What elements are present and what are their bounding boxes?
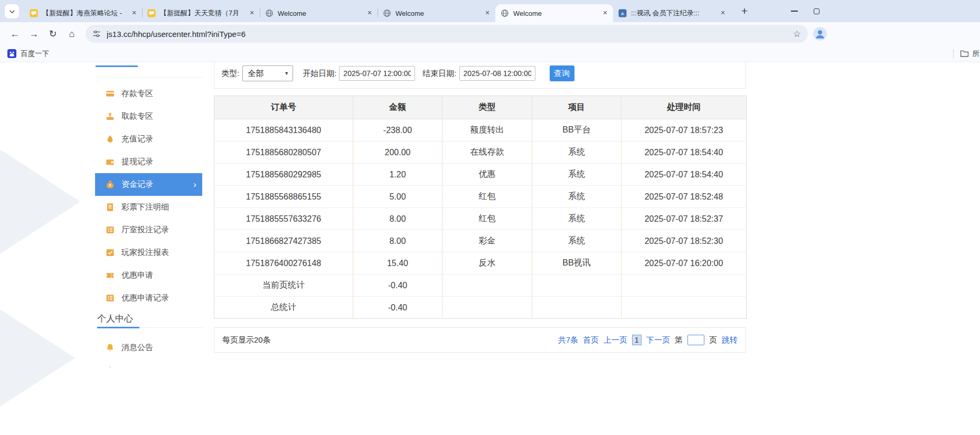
- profile-avatar[interactable]: [813, 27, 827, 41]
- jump-button[interactable]: 跳转: [722, 335, 738, 345]
- table-cell: 200.00: [353, 141, 442, 164]
- tab-close-button[interactable]: ×: [247, 8, 257, 18]
- sidebar-item[interactable]: 提现记录: [95, 150, 202, 173]
- next-page-link[interactable]: 下一页: [646, 335, 670, 345]
- browser-tab[interactable]: Welcome×: [378, 4, 495, 22]
- sidebar-item-label: 存款专区: [121, 89, 153, 99]
- jump-page-input[interactable]: [687, 335, 704, 345]
- browser-tab[interactable]: :::视讯 会员下注纪录:::×: [613, 4, 731, 22]
- globe-icon: [501, 9, 509, 17]
- table-row: 1751885843136480-238.00额度转出BB平台2025-07-0…: [214, 119, 747, 141]
- window-maximize-button[interactable]: [806, 0, 827, 22]
- reload-button[interactable]: ↻: [43, 25, 62, 43]
- sidebar-item[interactable]: 消息公告: [95, 336, 202, 359]
- sidebar-item[interactable]: 玩家投注报表: [95, 241, 202, 264]
- type-select-value: 全部: [248, 69, 263, 79]
- back-button[interactable]: ←: [5, 25, 24, 43]
- sidebar-item[interactable]: 优惠申请: [95, 264, 202, 287]
- bookmark-star-icon[interactable]: ☆: [793, 29, 801, 40]
- table-cell: 5.00: [353, 186, 442, 208]
- table-cell: [621, 297, 747, 319]
- site-settings-icon[interactable]: [92, 30, 101, 38]
- sidebar-item[interactable]: [95, 359, 202, 367]
- sidebar-item[interactable]: 资金记录›: [95, 173, 202, 196]
- sidebar-item[interactable]: 充值记录: [95, 128, 202, 150]
- sidebar-item-label: 厅室投注记录: [121, 225, 169, 235]
- person-icon: [813, 27, 827, 41]
- globe-icon: [383, 9, 391, 17]
- table-cell: 当前页统计: [214, 275, 353, 297]
- browser-tab[interactable]: 【新提醒】天天竞猜（7月×: [142, 4, 260, 22]
- bookmarks-bar: 百度一下 所: [0, 45, 980, 62]
- web-page: 财务中心 存款专区取款专区充值记录提现记录资金记录›彩票下注明细厅室投注记录玩家…: [0, 62, 980, 435]
- table-cell: [621, 275, 747, 297]
- sidebar-item[interactable]: 厅室投注记录: [95, 219, 202, 241]
- bookmark-item-baidu[interactable]: 百度一下: [7, 45, 49, 62]
- table-cell: 1751885568865155: [214, 186, 353, 208]
- bookmark-label: 百度一下: [21, 49, 49, 59]
- sidebar-item[interactable]: 彩票下注明细: [95, 196, 202, 219]
- current-page-badge[interactable]: 1: [632, 335, 642, 345]
- sidebar-item-label: 消息公告: [121, 343, 153, 353]
- type-select[interactable]: 全部 ▼: [242, 65, 293, 81]
- table-cell: BB视讯: [532, 252, 621, 275]
- browser-tab[interactable]: 【新提醒】海燕策略论坛 -×: [24, 4, 142, 22]
- select-arrow-icon: ▼: [284, 71, 289, 76]
- chat-yellow-icon: [147, 9, 156, 17]
- tab-close-button[interactable]: ×: [718, 8, 728, 18]
- end-date-label: 结束日期:: [422, 69, 456, 79]
- bookmarks-overflow: 所: [953, 45, 980, 62]
- table-cell: [532, 275, 621, 297]
- table-cell: 2025-07-07 16:20:00: [621, 252, 747, 275]
- tab-close-button[interactable]: ×: [365, 8, 374, 18]
- tab-close-button[interactable]: ×: [129, 8, 139, 18]
- window-minimize-button[interactable]: [784, 0, 805, 22]
- browser-tab[interactable]: Welcome×: [260, 4, 378, 22]
- column-header: 金额: [353, 96, 442, 119]
- divider: [953, 49, 954, 58]
- sidebar-item[interactable]: 优惠申请记录: [95, 287, 202, 309]
- table-cell: 彩金: [442, 230, 532, 252]
- prev-page-link[interactable]: 上一页: [604, 335, 627, 345]
- wallet-icon: [106, 157, 115, 166]
- start-date-input[interactable]: [339, 66, 415, 81]
- tab-search-button[interactable]: [5, 4, 19, 18]
- table-cell: 系统: [532, 230, 621, 252]
- table-cell: 系统: [532, 164, 621, 186]
- filter-row: 类型: 全部 ▼ 开始日期: 结束日期: 查询: [221, 65, 574, 81]
- first-page-link[interactable]: 首页: [583, 335, 599, 345]
- table-cell: 8.00: [353, 230, 442, 252]
- tab-title: 【新提醒】天天竞猜（7月: [160, 8, 247, 18]
- table-cell: 1751885557633276: [214, 208, 353, 230]
- sidebar-item-label: 资金记录: [121, 179, 153, 190]
- sidebar-item[interactable]: 取款专区: [95, 105, 202, 128]
- pagination-controls: 共7条 首页 上一页 1 下一页 第 页 跳转: [558, 335, 738, 345]
- folder-icon[interactable]: [960, 49, 969, 58]
- forward-button[interactable]: →: [24, 25, 43, 43]
- url-text[interactable]: js13.cc/hhcp/usercenter.html?iniType=6: [107, 30, 793, 39]
- table-cell: [532, 297, 621, 319]
- table-cell: 1751885680292985: [214, 164, 353, 186]
- sidebar-item[interactable]: 存款专区: [95, 82, 202, 105]
- address-bar[interactable]: js13.cc/hhcp/usercenter.html?iniType=6 ☆: [86, 25, 808, 43]
- doc-icon: [106, 203, 115, 212]
- table-row: 当前页统计-0.40: [214, 275, 747, 297]
- table-row: 17518668274273858.00彩金系统2025-07-07 18:52…: [214, 230, 747, 252]
- column-header: 处理时间: [621, 96, 747, 119]
- sidebar-item-label: 提现记录: [121, 157, 153, 167]
- jump-prefix-label: 第: [675, 335, 683, 345]
- search-button[interactable]: 查询: [550, 65, 574, 81]
- tab-close-button[interactable]: ×: [483, 8, 492, 18]
- start-date-label: 开始日期:: [303, 69, 336, 79]
- bell-icon: [106, 343, 115, 352]
- table-header-row: 订单号金额类型项目处理时间: [214, 96, 747, 119]
- column-header: 订单号: [214, 96, 353, 119]
- table-row: 17518856802929851.20优惠系统2025-07-07 18:54…: [214, 164, 747, 186]
- new-tab-button[interactable]: +: [737, 4, 752, 19]
- home-button[interactable]: ⌂: [62, 25, 81, 43]
- tab-close-button[interactable]: ×: [600, 8, 610, 18]
- table-cell: 系统: [532, 186, 621, 208]
- end-date-input[interactable]: [459, 66, 535, 81]
- browser-tab[interactable]: Welcome×: [495, 4, 613, 22]
- all-bookmarks-label[interactable]: 所: [973, 49, 980, 59]
